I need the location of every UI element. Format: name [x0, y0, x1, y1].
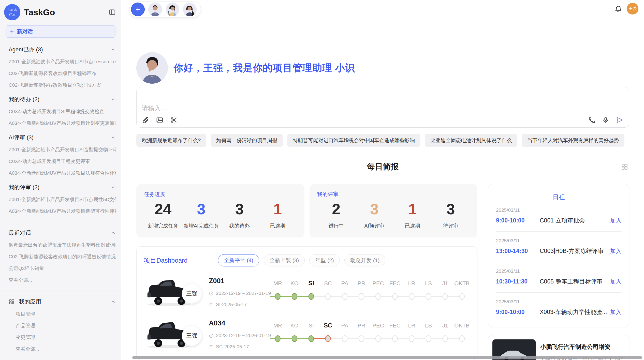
project-code: Z001 — [209, 277, 269, 285]
dashboard-filter-chip[interactable]: 年型 (2) — [309, 254, 340, 266]
schedule-time: 13:00-14:30 — [496, 248, 540, 254]
stat-item: 3 新增AI完成任务 — [182, 200, 220, 229]
send-icon[interactable] — [616, 116, 623, 124]
sidebar-collapse-icon[interactable] — [108, 8, 116, 16]
dashboard-filter-chip[interactable]: 全新平台 (4) — [218, 254, 259, 266]
schedule-join-link[interactable]: 加入 — [610, 247, 621, 255]
milestone-label: LR — [408, 280, 415, 287]
sidebar-section-title: 我的待办 (2) — [9, 96, 39, 103]
plus-icon: + — [10, 28, 14, 35]
project-flag: SI-2025-05-17 — [209, 302, 269, 307]
chevron-up-icon — [110, 230, 116, 236]
sidebar-conversation-item[interactable]: A034-全新新能源MUV产品开发项目法规符合性评审 — [9, 170, 116, 176]
suggestion-chip[interactable]: 比亚迪全固态电池计划具体说了什么 — [425, 134, 517, 147]
project-row[interactable]: 王强 A034 2023-12-19 ~ 2026-01-19 — [144, 319, 470, 351]
schedule-view-all-link[interactable]: 查看所有日程 — [496, 323, 621, 327]
sidebar-section-header[interactable]: AI评审 (3) — [9, 134, 116, 141]
schedule-join-link[interactable]: 加入 — [610, 217, 621, 224]
stat-label: 新增完成任务 — [144, 222, 182, 229]
schedule-join-link[interactable]: 加入 — [610, 308, 621, 316]
dashboard-filter-chip[interactable]: 动总开发 (1) — [344, 254, 386, 266]
sidebar-conversation-item[interactable]: Z001-全新燃油轻卡产品开发项目SI节点属性5D文件评审 — [9, 196, 116, 203]
sidebar-conversation-item[interactable]: C02-飞腾新能源轻客改款项目立项汇报方案 — [9, 82, 116, 88]
milestone-strip: MRKOSISCPAPRPECFECLRLSJ1OKTB — [269, 277, 470, 308]
scissors-icon[interactable] — [170, 116, 178, 124]
sidebar-conversation-item[interactable]: 查看全部... — [9, 277, 116, 283]
sidebar-section-header[interactable]: 最近对话 — [9, 229, 116, 237]
new-chat-button[interactable]: + 新对话 — [6, 25, 115, 38]
stat-item: 1 已逾期 — [393, 200, 432, 229]
stats-row: 任务进度 24 新增完成任务 3 新增AI完成任务 3 — [136, 184, 477, 237]
microphone-icon[interactable] — [602, 116, 609, 124]
image-icon[interactable] — [156, 116, 164, 124]
horizontal-scrollbar[interactable] — [132, 356, 642, 359]
dashboard-filters: 全新平台 (4)全新上装 (3)年型 (2)动总开发 (1) — [218, 254, 385, 266]
attachment-icon[interactable] — [142, 116, 149, 124]
sidebar-conversation-item[interactable]: C02-飞腾新能源轻客改款项目的闭环通告反馈情况 — [9, 253, 116, 260]
sidebar-item-cloud-space[interactable]: 我的云空间 — [9, 359, 116, 360]
milestone-label: MR — [273, 322, 282, 329]
suggestion-chip[interactable]: 当下年轻人对汽车外观有怎样的喜好趋势 — [522, 134, 624, 147]
schedule-name: C005-整车工程目标评审 — [540, 278, 610, 286]
clock-icon — [209, 333, 214, 338]
phone-icon[interactable] — [588, 116, 595, 124]
dashboard-filter-chip[interactable]: 全新上装 (3) — [264, 254, 305, 266]
sidebar-conversation-item[interactable]: C02-飞腾新能源轻客改款项目里程碑画布 — [9, 70, 116, 77]
flag-icon — [209, 302, 214, 307]
suggestion-chip[interactable]: 欧洲新规最近颁布了什么? — [136, 134, 206, 147]
new-chat-label: 新对话 — [17, 28, 33, 35]
sidebar-section-header[interactable]: 我的待办 (2) — [9, 96, 116, 103]
sidebar-conversation-item[interactable]: 产品管理 — [9, 322, 116, 329]
app-logo-line1: Task — [7, 7, 17, 12]
sidebar-conversation-item[interactable]: A034-全新新能源MUV产品开发项目计划变更表编写 — [9, 120, 116, 127]
sidebar-section-title: AI评审 (3) — [9, 134, 34, 141]
suggestion-chip[interactable]: 特朗普可能对进口汽车增税会对中国车企造成哪些影响 — [287, 134, 420, 147]
stat-item: 3 我的待办 — [220, 200, 258, 229]
stats-grid: 2 进行中 3 AI预评审 1 已逾期 — [317, 200, 470, 229]
schedule-row: 10:30-11:30 C005-整车工程目标评审 加入 — [496, 278, 621, 286]
sidebar-conversation-item[interactable]: 解释最新出台的欧盟报废车法规再生塑料比例被调至15%... — [9, 242, 116, 248]
schedule-join-link[interactable]: 加入 — [610, 278, 621, 286]
sidebar-conversation-item[interactable]: 公司Q3轻卡销量 — [9, 265, 116, 272]
sidebar-conversation-item[interactable]: 项目管理 — [9, 311, 116, 317]
layout-grid-icon[interactable] — [621, 163, 628, 170]
milestone-label: KO — [290, 322, 299, 329]
milestone-label: FEC — [389, 280, 401, 287]
project-flag: SC-2025-05-17 — [209, 344, 269, 350]
sidebar-apps-header[interactable]: 我的应用 — [9, 298, 116, 306]
sidebar-conversation-item[interactable]: C0X4-动力总成开发项目工程变更评审 — [9, 158, 116, 165]
sidebar-conversation-item[interactable]: C0X4-动力总成开发项目SI里程碑提交物检查 — [9, 108, 116, 115]
greeting: 你好，王强，我是你的项目管理助理 小识 — [136, 52, 629, 84]
suggestion-chip[interactable]: 如何写一份清晰的项目周报 — [211, 134, 283, 147]
stats-card-title: 我的评审 — [317, 191, 470, 198]
project-date-range: 2023-12-19 ~ 2026-01-19 — [216, 333, 271, 338]
stat-label: 进行中 — [317, 222, 355, 229]
project-row[interactable]: 王强 Z001 2023-12-19 ~ 2027-01-19 — [144, 277, 470, 309]
milestone-label: LR — [408, 322, 415, 329]
clock-icon — [209, 291, 214, 296]
project-date-range: 2023-12-19 ~ 2027-01-19 — [216, 291, 271, 296]
milestone-label: SC — [324, 322, 332, 329]
chevron-up-icon — [110, 185, 116, 190]
chevron-up-icon — [110, 97, 116, 102]
project-dates: 2023-12-19 ~ 2026-01-19 — [209, 333, 269, 338]
sidebar-conversation-item[interactable]: 变更管理 — [9, 334, 116, 341]
left-column: 任务进度 24 新增完成任务 3 新增AI完成任务 3 — [136, 184, 477, 360]
schedule-card: 日程 2025/03/11 9:00-10:00 C001-立项审批会 加入 — [488, 184, 629, 327]
schedule-time: 9:00-10:00 — [496, 309, 540, 316]
chat-composer[interactable]: 请输入... — [136, 87, 629, 128]
sidebar-section-header[interactable]: Agent已办 (3) — [9, 46, 116, 53]
sidebar-section-header[interactable]: 我的评审 (2) — [9, 184, 116, 191]
main-area: + 王强 你好，王强，我是你的项目管理助理 小识 请输入... — [121, 0, 644, 360]
schedule-row: 9:00-10:00 C001-立项审批会 加入 — [496, 217, 621, 224]
project-dashboard-card: 项目Dashboard 全新平台 (4)全新上装 (3)年型 (2)动总开发 (… — [136, 246, 477, 360]
sidebar-conversation-item[interactable]: Z001-全新燃油皮卡产品开发项目SI节点Lesson Learn报告 — [9, 58, 116, 65]
milestone-label: SI — [309, 322, 314, 329]
dashboard-title: 项目Dashboard — [144, 256, 187, 265]
sidebar-conversation-item[interactable]: A034-全新新能源MUV产品开发项目造型可行性评审 — [9, 208, 116, 215]
sidebar-conversation-item[interactable]: 查看全部... — [9, 346, 116, 352]
sidebar-recent-section: 最近对话 解释最新出台的欧盟报废车法规再生塑料比例被调至15%... C02-飞… — [9, 229, 116, 283]
sidebar-section: Agent已办 (3) Z001-全新燃油皮卡产品开发项目SI节点Lesson … — [9, 46, 116, 88]
project-flag-label: SI-2025-05-17 — [216, 302, 247, 307]
sidebar-conversation-item[interactable]: Z001-全新燃油轻卡产品开发项目SI造型提交物评审 — [9, 146, 116, 153]
